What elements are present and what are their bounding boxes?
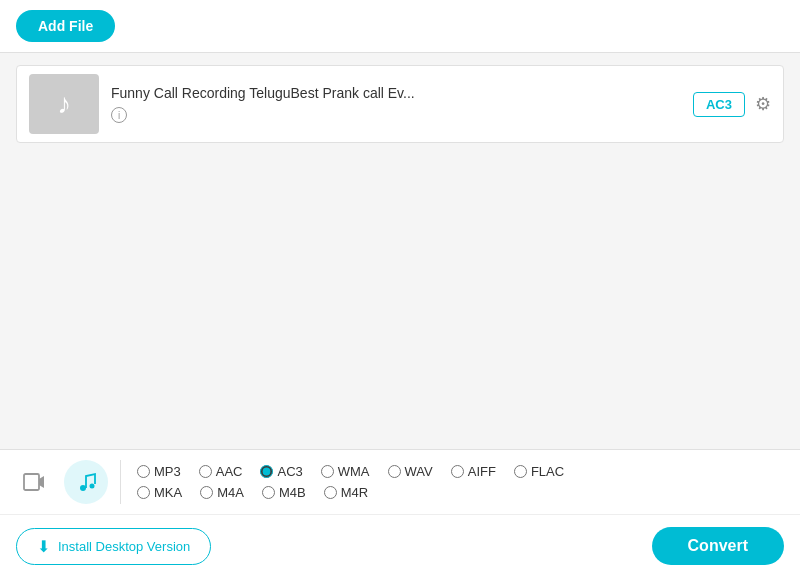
format-wav[interactable]: WAV: [388, 464, 433, 479]
video-tab[interactable]: [12, 460, 56, 504]
music-note-icon: ♪: [57, 88, 71, 120]
bottom-panel: MP3 AAC AC3 WMA WAV AIFF F: [0, 449, 800, 577]
format-m4b[interactable]: M4B: [262, 485, 306, 500]
file-name: Funny Call Recording TeluguBest Prank ca…: [111, 85, 681, 101]
action-bar: ⬇ Install Desktop Version Convert: [0, 515, 800, 577]
format-mka[interactable]: MKA: [137, 485, 182, 500]
file-card: ♪ Funny Call Recording TeluguBest Prank …: [16, 65, 784, 143]
tab-icons: [12, 460, 121, 504]
format-row-1: MP3 AAC AC3 WMA WAV AIFF F: [137, 464, 788, 479]
format-badge[interactable]: AC3: [693, 92, 745, 117]
svg-rect-0: [24, 474, 39, 490]
format-section: MP3 AAC AC3 WMA WAV AIFF F: [0, 450, 800, 515]
convert-button[interactable]: Convert: [652, 527, 784, 565]
format-wma[interactable]: WMA: [321, 464, 370, 479]
install-label: Install Desktop Version: [58, 539, 190, 554]
info-icon[interactable]: i: [111, 107, 127, 123]
format-m4r[interactable]: M4R: [324, 485, 368, 500]
format-row-2: MKA M4A M4B M4R: [137, 485, 788, 500]
file-thumbnail: ♪: [29, 74, 99, 134]
download-icon: ⬇: [37, 537, 50, 556]
file-info: Funny Call Recording TeluguBest Prank ca…: [111, 85, 681, 124]
add-file-button[interactable]: Add File: [16, 10, 115, 42]
format-ac3[interactable]: AC3: [260, 464, 302, 479]
install-desktop-button[interactable]: ⬇ Install Desktop Version: [16, 528, 211, 565]
main-content: ♪ Funny Call Recording TeluguBest Prank …: [0, 53, 800, 449]
toolbar: Add File: [0, 0, 800, 53]
settings-icon[interactable]: ⚙: [755, 93, 771, 115]
format-flac[interactable]: FLAC: [514, 464, 564, 479]
svg-point-1: [80, 485, 86, 491]
format-m4a[interactable]: M4A: [200, 485, 244, 500]
format-aac[interactable]: AAC: [199, 464, 243, 479]
svg-point-2: [90, 484, 95, 489]
format-mp3[interactable]: MP3: [137, 464, 181, 479]
format-options: MP3 AAC AC3 WMA WAV AIFF F: [121, 464, 788, 500]
audio-tab[interactable]: [64, 460, 108, 504]
file-actions: AC3 ⚙: [693, 92, 771, 117]
format-aiff[interactable]: AIFF: [451, 464, 496, 479]
